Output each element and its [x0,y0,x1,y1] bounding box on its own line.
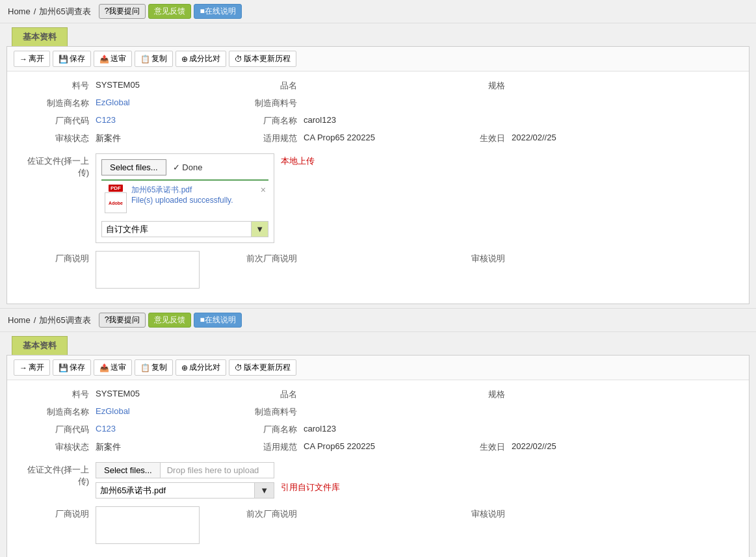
history-btn1[interactable]: ⏱版本更新历程 [229,51,296,67]
save-btn2[interactable]: 💾保存 [53,359,91,376]
gui-fan-value2: CA Prop65 220225 [304,439,460,451]
vendor-row1: 厂商说明 前次厂商说明 审核说明 [7,248,749,296]
vendor-note-input2[interactable] [96,506,200,544]
pin-ming-label1: 品名 [226,78,304,92]
file-name1[interactable]: 加州65承诺书.pdf [131,185,257,196]
sheng-xiao-label1: 生效日 [460,131,512,144]
shen-he-shuo-label1: 审核说明 [460,251,512,265]
shen-he-value2: 新案件 [96,439,226,453]
gui-ge-label2: 规格 [460,387,512,400]
vendor-note-input1[interactable] [96,251,200,289]
chang-shuo-label1: 厂商说明 [18,251,96,265]
liao-hao-value2: SYSTEM05 [96,387,226,398]
drop-zone2: Drop files here to upload [161,463,274,478]
close-icon1[interactable]: × [261,185,266,195]
shen-he-value1: 新案件 [96,131,226,144]
file-library-row2: 加州65承诺书.pdf ▼ [96,482,274,499]
home-link-bottom[interactable]: Home [8,315,31,325]
vendor-row2: 厂商说明 前次厂商说明 审核说明 [7,504,749,551]
chang-shang-dm-value1: C123 [96,113,226,125]
upload-row2: 佐证文件(择一上传) Select files... Drop files he… [7,460,749,504]
sheng-xiao-label2: 生效日 [460,439,512,453]
gui-fan-value1: CA Prop65 220225 [304,131,460,142]
compare-btn1[interactable]: ⊕成分比对 [176,51,226,67]
section2-tab: 基本资料 [12,336,68,355]
section1-content: →离开 💾保存 📤送审 📋复制 ⊕成分比对 ⏱版本更新历程 料号 SYSTEM0… [7,46,749,304]
help-button-bottom[interactable]: ■在线说明 [194,313,241,328]
upload-area2: Select files... Drop files here to uploa… [96,462,274,499]
dropdown-arrow-icon1: ▼ [251,222,268,237]
gui-ge-value1 [512,78,616,80]
section2-content: →离开 💾保存 📤送审 📋复制 ⊕成分比对 ⏱版本更新历程 料号 SYSTEM0… [7,355,749,557]
zhi-zao-hao-value1 [304,96,460,97]
uploaded-file1: PDF Adobe 加州65承诺书.pdf File(s) uploaded s… [101,179,268,217]
pin-ming-value1 [304,78,460,80]
feedback-button-bottom[interactable]: 意见反馈 [148,313,191,328]
section1-wrapper: 基本资料 →离开 💾保存 📤送审 📋复制 ⊕成分比对 ⏱版本更新历程 [7,27,749,304]
done-label1: ✓ Done [173,162,203,172]
chang-shang-mc-value1: carol123 [304,113,460,125]
chang-shang-mc-label2: 厂商名称 [226,422,304,435]
liao-hao-label2: 料号 [18,387,96,400]
nav-buttons-top: ?我要提问 意见反馈 ■在线说明 [99,4,242,19]
feedback-button-top[interactable]: 意见反馈 [148,4,191,19]
save-btn1[interactable]: 💾保存 [53,51,91,67]
adobe-text1: Adobe [109,201,123,205]
breadcrumb-bottom: Home / 加州65调查表 [8,315,91,326]
toolbar2: →离开 💾保存 📤送审 📋复制 ⊕成分比对 ⏱版本更新历程 [7,356,749,380]
submit-btn1[interactable]: 📤送审 [94,51,132,67]
chang-shuo-label2: 厂商说明 [18,506,96,520]
shen-he-shuo-label2: 审核说明 [460,506,512,520]
section1-tab: 基本资料 [12,27,68,46]
compare-btn2[interactable]: ⊕成分比对 [176,359,226,376]
section2-wrapper: 基本资料 →离开 💾保存 📤送审 📋复制 ⊕成分比对 ⏱版本更新历程 [7,336,749,557]
zhi-zao-value2: EzGlobal [96,404,226,416]
select-files-btn2[interactable]: Select files... [96,463,161,478]
shen-he-label1: 审核状态 [18,131,96,144]
form-grid2: 料号 SYSTEM05 品名 规格 制造商名称 EzGlobal 制造商料号 厂… [7,380,749,460]
zhi-zao-hao-label2: 制造商料号 [226,404,304,418]
ask-button-bottom[interactable]: ?我要提问 [99,313,146,328]
library-select1[interactable]: 自订文件库 [102,222,251,237]
file-library-select2[interactable]: 加州65承诺书.pdf [96,483,254,498]
copy-btn2[interactable]: 📋复制 [135,359,173,376]
zhi-zao-hao-label1: 制造商料号 [226,96,304,109]
copy-btn1[interactable]: 📋复制 [135,51,173,67]
current-page-bottom: 加州65调查表 [39,315,90,326]
sheng-xiao-value1: 2022/02//25 [512,131,616,142]
help-button-top[interactable]: ■在线说明 [194,4,241,19]
breadcrumb-bar-top: Home / 加州65调查表 ?我要提问 意见反馈 ■在线说明 [0,0,756,23]
zhi-zao-value1: EzGlobal [96,96,226,107]
upload-row1: 佐证文件(择一上传) Select files... ✓ Done PDF Ad… [7,151,749,248]
sep1-top: / [34,6,36,16]
sheng-xiao-value2: 2022/02//25 [512,439,616,451]
pin-ming-value2 [304,387,460,389]
zuo-zheng-label2: 佐证文件(择一上传) [18,462,96,487]
chang-shang-dm-label1: 厂商代码 [18,113,96,127]
select-files-btn1[interactable]: Select files... [101,159,166,175]
dropdown-arrow-icon2: ▼ [254,483,274,498]
breadcrumb-top: Home / 加州65调查表 [8,6,91,18]
chang-shang-mc-value2: carol123 [304,422,460,434]
submit-btn2[interactable]: 📤送审 [94,359,132,376]
chang-shuo-value2 [96,506,226,546]
upload-input-row2: Select files... Drop files here to uploa… [96,462,274,478]
shen-he-label2: 审核状态 [18,439,96,453]
library-dropdown1: 自订文件库 ▼ [101,221,268,237]
history-btn2[interactable]: ⏱版本更新历程 [229,359,296,376]
pin-ming-label2: 品名 [226,387,304,400]
home-link-top[interactable]: Home [8,6,31,16]
leave-btn2[interactable]: →离开 [14,359,50,376]
breadcrumb-bar-bottom: Home / 加州65调查表 ?我要提问 意见反馈 ■在线说明 [0,308,756,332]
ask-button-top[interactable]: ?我要提问 [99,4,146,19]
current-page-top: 加州65调查表 [39,6,90,18]
cite-label2: 引用自订文件库 [281,462,340,493]
gui-ge-label1: 规格 [460,78,512,92]
zhi-zao-hao-value2 [304,404,460,406]
pdf-body1: Adobe [105,192,127,213]
qian-ci-label2: 前次厂商说明 [226,506,304,520]
chang-shang-dm-label2: 厂商代码 [18,422,96,435]
chang-shang-dm-value2: C123 [96,422,226,434]
leave-btn1[interactable]: →离开 [14,51,50,67]
zhi-zao-label1: 制造商名称 [18,96,96,109]
